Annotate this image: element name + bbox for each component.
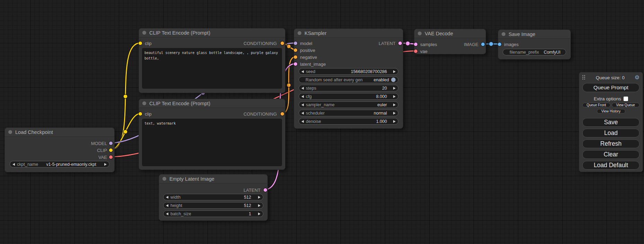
collapse-dot-icon[interactable] — [502, 32, 505, 36]
input-port-clip[interactable] — [139, 42, 142, 45]
save-button[interactable]: Save — [582, 118, 639, 127]
decrement-arrow-icon[interactable] — [301, 87, 304, 90]
input-port-samples[interactable] — [414, 43, 417, 46]
node-title: KSampler — [305, 30, 327, 36]
node-empty-latent-image[interactable]: Empty Latent Image LATENT width 512 heig… — [159, 174, 268, 221]
scheduler-widget[interactable]: scheduler normal — [299, 110, 398, 116]
steps-widget[interactable]: steps 20 — [299, 85, 398, 91]
node-title-bar[interactable]: Load Checkpoint — [5, 128, 114, 137]
toggle-knob-icon[interactable] — [391, 78, 396, 82]
node-title-bar[interactable]: Save Image — [498, 30, 571, 39]
random-seed-toggle-widget[interactable]: Random seed after every gen enabled — [299, 76, 398, 83]
next-arrow-icon[interactable] — [393, 103, 396, 106]
collapse-dot-icon[interactable] — [298, 31, 301, 35]
increment-arrow-icon[interactable] — [258, 204, 261, 207]
seed-widget[interactable]: seed 156680208700286 — [299, 68, 398, 75]
decrement-arrow-icon[interactable] — [166, 204, 168, 207]
output-port-latent[interactable] — [264, 188, 267, 192]
link-midpoint-dot — [287, 44, 291, 48]
collapse-dot-icon[interactable] — [142, 101, 146, 105]
node-save-image[interactable]: Save Image images filename_prefix ComfyU… — [498, 29, 571, 60]
refresh-button[interactable]: Refresh — [582, 139, 639, 148]
height-widget[interactable]: height 512 — [163, 202, 263, 209]
extra-options-checkbox[interactable] — [624, 97, 628, 101]
output-port-conditioning[interactable] — [281, 112, 284, 116]
input-port-clip[interactable] — [139, 112, 142, 116]
node-vae-decode[interactable]: VAE Decode samples vae IMAGE — [414, 29, 486, 54]
node-title-bar[interactable]: VAE Decode — [414, 29, 486, 38]
denoise-widget[interactable]: denoise 1.000 — [299, 118, 398, 125]
collapse-dot-icon[interactable] — [8, 130, 12, 134]
increment-arrow-icon[interactable] — [258, 196, 261, 199]
decrement-arrow-icon[interactable] — [166, 196, 168, 199]
node-title-bar[interactable]: Empty Latent Image — [159, 174, 267, 183]
load-default-button[interactable]: Load Default — [582, 161, 639, 170]
widget-value: 156680208700286 — [351, 69, 387, 74]
output-port-latent[interactable] — [398, 42, 402, 45]
input-port-positive[interactable] — [294, 48, 297, 52]
queue-front-button[interactable]: Queue Front — [582, 103, 610, 107]
increment-arrow-icon[interactable] — [258, 213, 261, 215]
node-clip-text-encode-positive[interactable]: CLIP Text Encode (Prompt) clip CONDITION… — [139, 28, 285, 93]
output-port-conditioning[interactable] — [281, 42, 284, 45]
next-arrow-icon[interactable] — [104, 163, 107, 166]
prompt-textarea[interactable]: text, watermark — [142, 119, 282, 166]
decrement-arrow-icon[interactable] — [301, 95, 304, 98]
view-history-button[interactable]: View History — [597, 109, 625, 114]
clear-button[interactable]: Clear — [582, 150, 639, 159]
decrement-arrow-icon[interactable] — [301, 120, 304, 123]
gear-icon[interactable]: ⚙ — [635, 75, 639, 80]
node-ksampler[interactable]: KSampler model positive negative latent_… — [294, 28, 403, 129]
prompt-textarea[interactable]: beautiful scenery nature glass bottle la… — [142, 48, 282, 89]
prev-arrow-icon[interactable] — [12, 163, 15, 166]
filename-prefix-widget[interactable]: filename_prefix ComfyUI — [503, 49, 566, 55]
input-port-latent-image[interactable] — [294, 62, 297, 66]
prev-arrow-icon[interactable] — [301, 103, 304, 106]
sampler-name-widget[interactable]: sampler_name euler — [299, 101, 398, 108]
node-title-bar[interactable]: KSampler — [294, 29, 403, 38]
view-queue-button[interactable]: View Queue — [612, 103, 640, 107]
increment-arrow-icon[interactable] — [393, 120, 396, 123]
decrement-arrow-icon[interactable] — [166, 213, 168, 215]
output-port-vae[interactable] — [109, 155, 113, 159]
queue-panel: Queue size: 0 ⚙ Queue Prompt Extra optio… — [579, 72, 643, 172]
output-label-clip: CLIP — [97, 148, 107, 153]
node-title-bar[interactable]: CLIP Text Encode (Prompt) — [139, 28, 285, 37]
input-port-vae[interactable] — [414, 49, 417, 53]
output-label-image: IMAGE — [464, 42, 478, 47]
widget-label: ckpt_name — [17, 162, 38, 167]
queue-prompt-button[interactable]: Queue Prompt — [582, 83, 639, 92]
collapse-dot-icon[interactable] — [142, 31, 146, 35]
next-arrow-icon[interactable] — [393, 112, 396, 115]
output-port-image[interactable] — [481, 43, 485, 46]
node-graph-canvas[interactable]: CLIP Text Encode (Prompt) clip CONDITION… — [0, 0, 644, 244]
decrement-arrow-icon[interactable] — [301, 70, 304, 73]
widget-label: height — [170, 203, 182, 208]
ckpt-name-widget[interactable]: ckpt_name v1-5-pruned-emaonly.ckpt — [10, 161, 109, 168]
input-port-model[interactable] — [294, 42, 297, 45]
batch-size-widget[interactable]: batch_size 1 — [163, 210, 263, 217]
prev-arrow-icon[interactable] — [301, 112, 304, 115]
output-port-clip[interactable] — [109, 148, 113, 152]
link-midpoint-dot — [287, 83, 291, 87]
cfg-widget[interactable]: cfg 8.000 — [299, 93, 398, 100]
widget-value: euler — [377, 102, 387, 107]
drag-handle-icon[interactable] — [582, 75, 586, 80]
collapse-dot-icon[interactable] — [418, 31, 422, 35]
input-label-samples: samples — [420, 42, 437, 47]
increment-arrow-icon[interactable] — [393, 70, 396, 73]
load-button[interactable]: Load — [582, 129, 639, 137]
node-title-bar[interactable]: CLIP Text Encode (Prompt) — [139, 99, 285, 108]
node-load-checkpoint[interactable]: Load Checkpoint MODEL CLIP VAE ckpt_name… — [5, 127, 115, 172]
node-clip-text-encode-negative[interactable]: CLIP Text Encode (Prompt) clip CONDITION… — [139, 99, 285, 170]
output-port-model[interactable] — [109, 142, 113, 145]
widget-label: batch_size — [170, 211, 191, 216]
increment-arrow-icon[interactable] — [393, 95, 396, 98]
input-port-negative[interactable] — [294, 55, 297, 59]
width-widget[interactable]: width 512 — [163, 194, 263, 200]
collapse-dot-icon[interactable] — [162, 177, 166, 181]
queue-panel-header: Queue size: 0 ⚙ — [582, 74, 639, 81]
input-port-images[interactable] — [498, 43, 501, 46]
increment-arrow-icon[interactable] — [393, 87, 396, 90]
widget-label: steps — [306, 86, 316, 91]
